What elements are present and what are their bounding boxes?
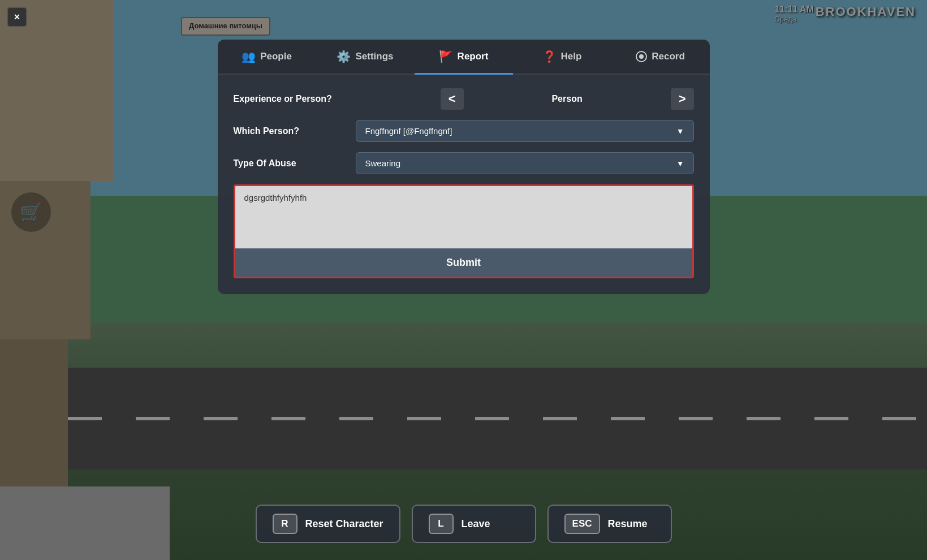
report-textarea[interactable]: dgsrgdthfyhfyhfh — [235, 186, 692, 248]
report-box: dgsrgdthfyhfyhfh Submit — [234, 184, 694, 278]
settings-icon: ⚙️ — [337, 50, 351, 63]
leave-label: Leave — [462, 518, 490, 530]
which-person-label: Which Person? — [234, 126, 347, 136]
nav-prev-button[interactable]: < — [441, 88, 464, 110]
record-icon — [636, 51, 647, 62]
tab-people-label: People — [260, 51, 292, 62]
abuse-type-value: Swearing — [365, 158, 401, 168]
tab-report-label: Report — [458, 51, 489, 62]
close-button[interactable]: × — [7, 7, 27, 27]
tab-report[interactable]: 🚩 Report — [415, 40, 513, 74]
experience-person-label: Experience or Person? — [234, 94, 441, 104]
submit-button[interactable]: Submit — [235, 248, 692, 277]
nav-current-value: Person — [464, 94, 671, 104]
bottom-action-bar: R Reset Character L Leave ESC Resume — [255, 505, 671, 543]
resume-label: Resume — [608, 518, 648, 530]
resume-key-badge: ESC — [564, 514, 600, 534]
tab-bar: 👥 People ⚙️ Settings 🚩 Report ❓ Help Rec… — [218, 40, 710, 75]
which-person-dropdown-arrow: ▼ — [676, 127, 684, 136]
tab-settings-label: Settings — [355, 51, 393, 62]
form-content: Experience or Person? < Person > Which P… — [218, 75, 710, 294]
resume-button[interactable]: ESC Resume — [547, 505, 672, 543]
abuse-type-dropdown[interactable]: Swearing ▼ — [356, 152, 694, 174]
abuse-type-row: Type Of Abuse Swearing ▼ — [234, 152, 694, 174]
abuse-type-label: Type Of Abuse — [234, 158, 347, 169]
tab-people[interactable]: 👥 People — [218, 40, 316, 74]
which-person-dropdown[interactable]: Fngffngnf [@Fngffngnf] ▼ — [356, 120, 694, 142]
leave-button[interactable]: L Leave — [412, 505, 536, 543]
experience-person-row: Experience or Person? < Person > — [234, 88, 694, 110]
leave-key-badge: L — [429, 514, 454, 534]
people-icon: 👥 — [242, 50, 256, 63]
which-person-row: Which Person? Fngffngnf [@Fngffngnf] ▼ — [234, 120, 694, 142]
report-modal: 👥 People ⚙️ Settings 🚩 Report ❓ Help Rec… — [218, 40, 710, 294]
help-icon: ❓ — [542, 50, 557, 63]
tab-help[interactable]: ❓ Help — [513, 40, 611, 74]
tab-record-label: Record — [652, 51, 685, 62]
reset-key-badge: R — [272, 514, 297, 534]
abuse-type-dropdown-arrow: ▼ — [676, 159, 684, 168]
reset-character-button[interactable]: R Reset Character — [255, 505, 400, 543]
reset-character-label: Reset Character — [305, 518, 383, 530]
report-icon: 🚩 — [439, 50, 453, 63]
tab-settings[interactable]: ⚙️ Settings — [316, 40, 415, 74]
tab-record[interactable]: Record — [611, 40, 710, 74]
which-person-value: Fngffngnf [@Fngffngnf] — [365, 126, 452, 136]
nav-next-button[interactable]: > — [671, 88, 694, 110]
tab-help-label: Help — [561, 51, 582, 62]
